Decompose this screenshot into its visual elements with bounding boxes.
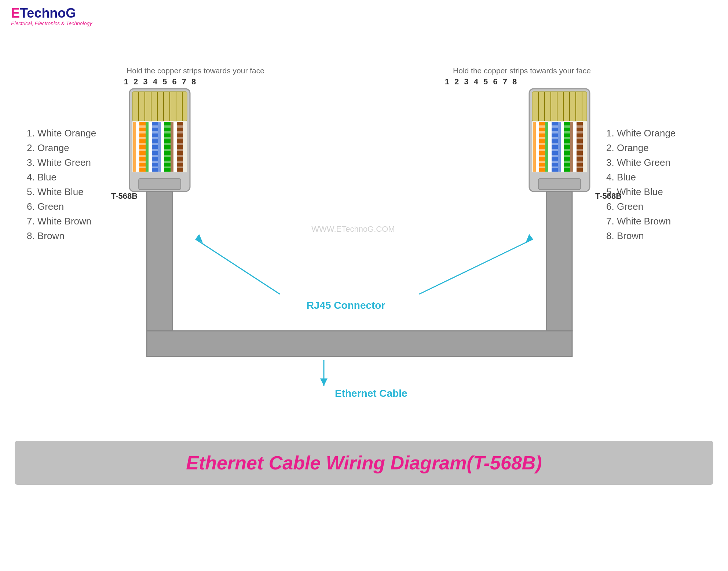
left-wire-label-4: 4. Blue [27,172,56,183]
svg-rect-70 [539,166,545,168]
svg-rect-61 [533,122,536,172]
svg-rect-63 [539,125,545,128]
svg-rect-100 [577,149,583,151]
svg-rect-78 [552,149,558,151]
svg-rect-48 [177,149,183,151]
right-wire-label-1: 1. White Orange [606,128,676,139]
logo-technog: TechnoG [20,6,76,21]
left-wire-label-8: 8. Brown [27,230,65,241]
logo-subtitle: Electrical, Electronics & Technology [11,21,92,26]
header: ETechnoG Electrical, Electronics & Techn… [0,0,728,30]
svg-rect-84 [564,122,570,172]
svg-rect-96 [577,125,583,128]
svg-rect-67 [539,149,545,151]
svg-rect-64 [539,131,545,133]
svg-rect-42 [171,122,173,172]
svg-rect-79 [552,155,558,157]
left-wire-label-5: 5. White Blue [27,186,84,197]
left-wire-label-3: 3. White Green [27,157,91,168]
svg-rect-29 [152,166,158,168]
right-wire-label-8: 8. Brown [606,230,644,241]
svg-rect-97 [577,131,583,133]
svg-rect-28 [152,161,158,163]
left-instruction: Hold the copper strips towards your face [127,66,264,75]
right-wire-label-2: 2. Orange [606,142,649,153]
right-cable-down [546,191,572,331]
right-wire-label-7: 7. White Brown [606,216,671,227]
right-arrow-line [419,239,533,294]
svg-rect-90 [564,155,570,157]
svg-rect-9 [133,122,136,172]
svg-rect-35 [164,137,171,139]
svg-rect-98 [577,137,583,139]
right-instruction: Hold the copper strips towards your face [453,66,591,75]
svg-rect-15 [139,149,146,151]
svg-rect-95 [577,122,583,172]
right-latch [538,179,581,190]
svg-rect-31 [158,122,161,172]
svg-rect-65 [539,137,545,139]
left-cable-down [147,191,172,331]
svg-rect-10 [139,122,146,172]
logo: ETechnoG Electrical, Electronics & Techn… [11,7,92,26]
svg-rect-50 [177,161,183,163]
cable-arrowhead [320,378,328,386]
svg-rect-18 [139,166,146,168]
svg-rect-69 [539,161,545,163]
svg-rect-12 [139,131,146,133]
svg-rect-75 [552,131,558,133]
svg-rect-21 [152,122,158,172]
svg-rect-51 [177,166,183,168]
svg-rect-73 [552,122,558,172]
footer-banner: Ethernet Cable Wiring Diagram(T-568B) [15,441,713,485]
svg-rect-101 [577,155,583,157]
svg-rect-36 [164,143,171,145]
svg-rect-77 [552,143,558,145]
left-gold-contacts [132,92,187,121]
svg-rect-86 [564,131,570,133]
svg-rect-33 [164,125,171,128]
logo-text: ETechnoG [11,7,92,20]
svg-rect-89 [564,149,570,151]
svg-rect-88 [564,143,570,145]
wiring-diagram: Hold the copper strips towards your face… [16,30,713,433]
svg-rect-83 [558,122,561,172]
svg-rect-44 [177,125,183,128]
svg-rect-45 [177,131,183,133]
svg-rect-103 [577,166,583,168]
left-pin-numbers: 1 2 3 4 5 6 7 8 [124,77,197,86]
svg-rect-66 [539,143,545,145]
svg-rect-20 [146,122,149,172]
svg-rect-32 [164,122,171,172]
svg-rect-62 [539,122,545,172]
right-wire-label-3: 3. White Green [606,157,670,168]
svg-rect-26 [152,149,158,151]
svg-rect-38 [164,155,171,157]
svg-rect-74 [552,125,558,128]
left-wire-label-7: 7. White Brown [27,216,91,227]
svg-rect-87 [564,137,570,139]
svg-rect-24 [152,137,158,139]
left-wire-label-2: 2. Orange [27,142,69,153]
svg-rect-47 [177,143,183,145]
svg-rect-46 [177,137,183,139]
svg-rect-91 [564,161,570,163]
left-wire-label-6: 6. Green [27,201,64,212]
watermark: WWW.ETechnoG.COM [311,224,395,234]
logo-e: E [11,6,20,21]
svg-rect-85 [564,125,570,128]
right-gold-contacts [532,92,587,121]
svg-rect-11 [139,125,146,128]
svg-rect-22 [152,125,158,128]
svg-rect-49 [177,155,183,157]
rj45-connector-label: RJ45 Connector [306,300,385,311]
left-wire-label-1: 1. White Orange [27,128,96,139]
right-wire-label-4: 4. Blue [606,172,636,183]
left-arrow-line [195,239,280,294]
svg-rect-81 [552,166,558,168]
svg-rect-16 [139,155,146,157]
svg-rect-43 [177,122,183,172]
diagram-container: Hold the copper strips towards your face… [0,30,728,433]
svg-rect-76 [552,137,558,139]
svg-rect-92 [564,166,570,168]
